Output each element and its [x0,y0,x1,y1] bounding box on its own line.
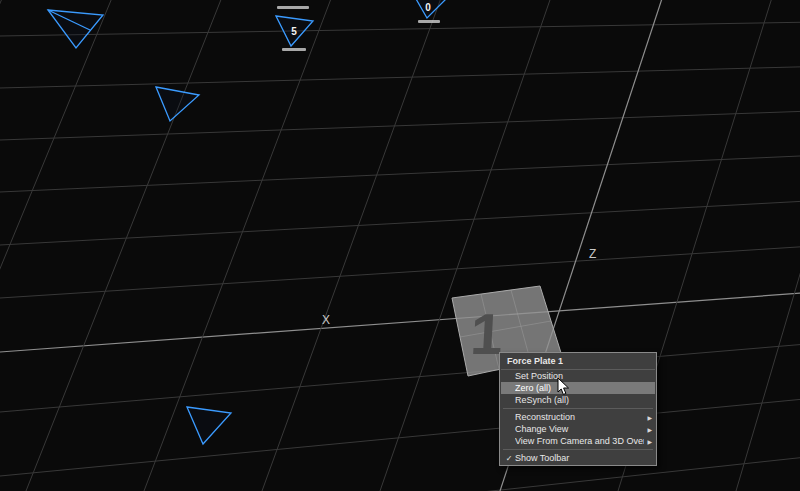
camera-info-text [282,48,306,51]
camera-number: 5 [291,26,297,37]
camera-icon-0[interactable]: 0 [412,0,448,23]
submenu-arrow-icon: ▶ [647,426,652,433]
menu-item-label: View From Camera and 3D Overlay [515,436,644,446]
mouse-cursor [557,377,571,397]
menu-item-zero-all[interactable]: Zero (all) [501,382,655,394]
grid-line [259,0,444,491]
grid-line [0,394,800,480]
grid-line [733,0,800,491]
camera-info-text [418,20,440,23]
camera-icon[interactable] [156,87,199,121]
menu-item-label: ReSynch (all) [515,395,649,405]
submenu-arrow-icon: ▶ [647,438,652,445]
floor-grid [0,0,800,491]
camera-number: 0 [425,2,431,13]
axis-grid-line [0,289,800,355]
grid-line [141,0,335,491]
menu-item-label: Change View [515,424,644,434]
menu-item-label: Reconstruction [515,412,644,422]
grid-line [0,153,800,194]
menu-item-label: Zero (all) [515,383,649,393]
menu-item-set-position[interactable]: Set Position [501,370,655,382]
camera-info-text [277,6,309,9]
menu-item-reconstruction[interactable]: Reconstruction▶ [501,411,655,423]
context-menu: Force Plate 1 Set PositionZero (all)ReSy… [499,352,657,466]
perspective-grid: X Z 1 5 0 [0,0,800,491]
grid-line [0,198,800,247]
menu-item-change-view[interactable]: Change View▶ [501,423,655,435]
grid-line [0,340,800,416]
menu-item-label: Set Position [515,371,649,381]
3d-viewport[interactable]: X Z 1 5 0 [0,0,800,491]
menu-item-resynch-all[interactable]: ReSynch (all) [501,394,655,406]
menu-separator [503,449,653,450]
grid-line [0,65,800,89]
menu-separator [503,408,653,409]
grid-line [0,0,115,491]
grid-line [0,451,800,491]
context-menu-title: Force Plate 1 [501,354,655,370]
camera-icon-5[interactable]: 5 [276,6,313,51]
menu-item-show-toolbar[interactable]: ✓Show Toolbar [501,452,655,464]
submenu-arrow-icon: ▶ [647,414,652,421]
grid-line [0,21,800,36]
menu-item-label: Show Toolbar [515,453,649,463]
camera-icon[interactable] [187,407,231,444]
menu-item-view-from-camera-and-3d-overlay[interactable]: View From Camera and 3D Overlay▶ [501,435,655,447]
grid-line [0,109,800,141]
x-axis-label: X [322,313,330,327]
grid-line [0,0,6,491]
camera-icon[interactable] [48,10,103,48]
context-menu-items: Set PositionZero (all)ReSynch (all)Recon… [501,370,655,464]
check-icon: ✓ [503,454,515,463]
z-axis-label: Z [589,247,596,261]
